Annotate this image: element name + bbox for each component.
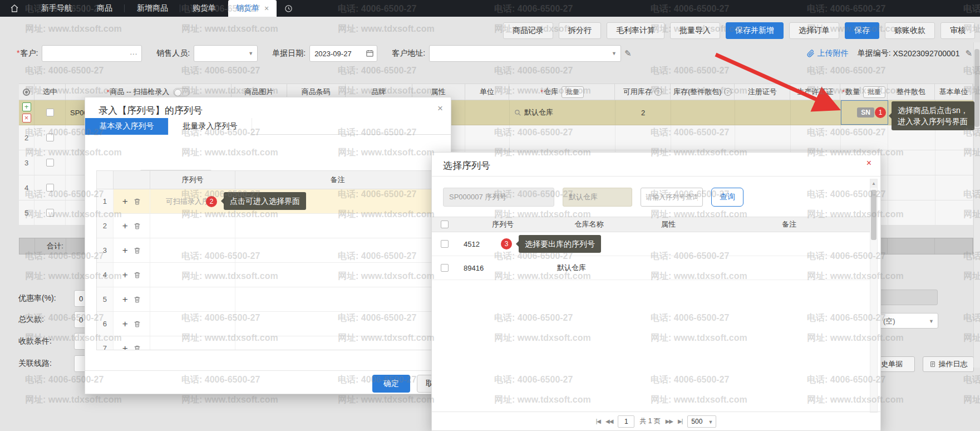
serial-row-number: 4 bbox=[97, 263, 114, 287]
toolbar-button-5[interactable]: 选择订单 bbox=[789, 22, 839, 39]
col-header-stock-pack: 库存(整件散包)? bbox=[671, 84, 735, 100]
warehouse-cell: 默认仓库 bbox=[549, 256, 629, 280]
prev-page-button[interactable]: ◀◀ bbox=[605, 418, 613, 424]
add-row-button[interactable]: + bbox=[22, 102, 31, 111]
page-number-input[interactable] bbox=[618, 415, 634, 428]
note-cell bbox=[707, 232, 871, 256]
delete-serial-icon[interactable] bbox=[134, 222, 141, 230]
delete-serial-icon[interactable] bbox=[134, 198, 141, 205]
delete-serial-icon[interactable] bbox=[134, 320, 141, 328]
serial-search-field[interactable] bbox=[641, 188, 703, 207]
add-serial-icon[interactable]: + bbox=[122, 319, 128, 329]
serial-row-number: 7 bbox=[97, 336, 114, 350]
toolbar-button-7[interactable]: 赊账收款 bbox=[885, 22, 935, 39]
serial-select-modal: 选择序列号 × SP000007 序列号 默认仓库 查询 序列号 仓库名称 属性… bbox=[431, 152, 881, 431]
toolbar-button-0[interactable]: 商品记录 bbox=[503, 22, 553, 39]
tab-sales-order[interactable]: 销货单 × bbox=[228, 0, 277, 17]
customer-input[interactable] bbox=[42, 46, 141, 61]
date-field[interactable] bbox=[309, 45, 377, 62]
watermark-text: 电话: 4006-6500-27 bbox=[494, 65, 573, 77]
nav-item-1[interactable]: 商品 bbox=[85, 0, 125, 17]
col-header-pack: 整件散包 bbox=[888, 84, 935, 100]
last-page-button[interactable]: ▶| bbox=[678, 418, 682, 424]
toolbar-button-8[interactable]: 审核 bbox=[940, 22, 975, 39]
page-size-select[interactable]: 500 ▼ bbox=[687, 415, 716, 428]
total-debt-label: 总欠款: bbox=[18, 315, 74, 325]
edit-docno-icon[interactable]: ✎ bbox=[965, 48, 972, 58]
col-header-base-unit: 基本单位 bbox=[935, 84, 973, 100]
delete-serial-icon[interactable] bbox=[134, 345, 141, 351]
confirm-button[interactable]: 确定 bbox=[372, 375, 410, 393]
customer-field[interactable]: ... bbox=[42, 45, 142, 62]
available-stock-value: 2 bbox=[641, 109, 645, 117]
search-icon[interactable] bbox=[514, 109, 521, 116]
calendar-icon[interactable] bbox=[366, 49, 374, 59]
select-all-checkbox[interactable] bbox=[441, 221, 449, 228]
scroll-up-icon[interactable]: ▲ bbox=[870, 179, 877, 188]
toolbar-button-1[interactable]: 拆分行 bbox=[559, 22, 601, 39]
tab-close-icon[interactable]: × bbox=[264, 4, 269, 13]
sn-button[interactable]: SN bbox=[857, 107, 874, 117]
nav-tabs: 新手导航商品新增商品购货单 bbox=[29, 0, 228, 17]
more-icon[interactable]: ... bbox=[130, 48, 138, 56]
row-checkbox[interactable] bbox=[46, 134, 54, 141]
scrollbar-thumb[interactable] bbox=[871, 190, 876, 240]
serial-entry-row-3: 3+ bbox=[97, 238, 440, 263]
delete-serial-icon[interactable] bbox=[134, 271, 141, 279]
row-checkbox[interactable] bbox=[46, 209, 54, 217]
nav-item-2[interactable]: 新增商品 bbox=[125, 0, 180, 17]
first-page-button[interactable]: |◀ bbox=[596, 418, 600, 424]
toolbar-button-2[interactable]: 毛利率计算 bbox=[607, 22, 664, 39]
modal-scrollbar[interactable]: ▲ bbox=[870, 179, 878, 413]
operation-log-button[interactable]: 操作日志 bbox=[923, 356, 974, 372]
serial-checkbox[interactable] bbox=[441, 240, 449, 248]
row-checkbox[interactable] bbox=[46, 109, 54, 116]
col-header-label: 可用库存 bbox=[623, 87, 652, 97]
add-serial-icon[interactable]: + bbox=[122, 344, 128, 350]
edit-address-icon[interactable]: ✎ bbox=[624, 48, 632, 58]
serial-checkbox[interactable] bbox=[441, 264, 449, 272]
add-serial-icon[interactable]: + bbox=[122, 246, 128, 255]
add-serial-icon[interactable]: + bbox=[122, 197, 128, 206]
add-serial-icon[interactable]: + bbox=[122, 295, 128, 304]
delete-serial-icon[interactable] bbox=[134, 296, 141, 303]
caret-down-icon: ▼ bbox=[612, 51, 617, 56]
toolbar-button-3[interactable]: 批量导入 bbox=[670, 22, 720, 39]
salesperson-select[interactable]: ▼ bbox=[194, 45, 258, 62]
batch-button[interactable]: 批量 bbox=[562, 86, 584, 98]
nav-item-0[interactable]: 新手导航 bbox=[29, 0, 85, 17]
page-scrollbar[interactable] bbox=[973, 42, 980, 368]
cell-warehouse bbox=[510, 125, 615, 150]
row-checkbox[interactable] bbox=[46, 159, 54, 166]
tab-basic-serial-entry[interactable]: 基本录入序列号 bbox=[85, 118, 169, 135]
toolbar-button-4[interactable]: 保存并新增 bbox=[726, 22, 784, 39]
serial-entry-row-1: 1+2点击可进入选择界面 bbox=[97, 189, 440, 214]
close-icon[interactable]: × bbox=[866, 158, 871, 168]
remove-row-button[interactable]: × bbox=[22, 114, 31, 123]
tab-batch-serial-entry[interactable]: 批量录入序列号 bbox=[169, 118, 252, 135]
close-icon[interactable]: × bbox=[437, 103, 443, 114]
scrollbar-thumb[interactable] bbox=[974, 49, 979, 127]
delete-serial-icon[interactable] bbox=[134, 247, 141, 254]
row-checkbox[interactable] bbox=[46, 184, 54, 192]
related-route-label: 关联线路: bbox=[18, 359, 74, 369]
empty-select[interactable]: (空) ▼ bbox=[878, 313, 938, 329]
date-input[interactable] bbox=[310, 46, 361, 61]
batch-button[interactable]: 批量 bbox=[863, 86, 885, 98]
search-button[interactable]: 查询 bbox=[711, 188, 743, 207]
add-serial-icon[interactable]: + bbox=[122, 270, 128, 280]
step2-tooltip: 点击可进入选择界面 bbox=[224, 192, 306, 210]
address-select[interactable]: ▼ bbox=[429, 45, 621, 62]
scan-toggle[interactable] bbox=[173, 88, 190, 96]
recent-history-button[interactable] bbox=[277, 0, 301, 17]
add-serial-icon[interactable]: + bbox=[122, 221, 128, 231]
next-page-button[interactable]: ▶▶ bbox=[666, 418, 673, 424]
cell-pack bbox=[888, 150, 935, 175]
home-button[interactable] bbox=[0, 0, 29, 17]
row-number: 3 bbox=[24, 159, 28, 167]
nav-item-3[interactable]: 购货单 bbox=[180, 0, 228, 17]
col-header-index bbox=[97, 171, 114, 189]
toolbar-button-6[interactable]: 保存 bbox=[845, 22, 879, 39]
upload-attachment-link[interactable]: 上传附件 bbox=[807, 48, 849, 58]
serial-search-input[interactable] bbox=[641, 188, 702, 206]
